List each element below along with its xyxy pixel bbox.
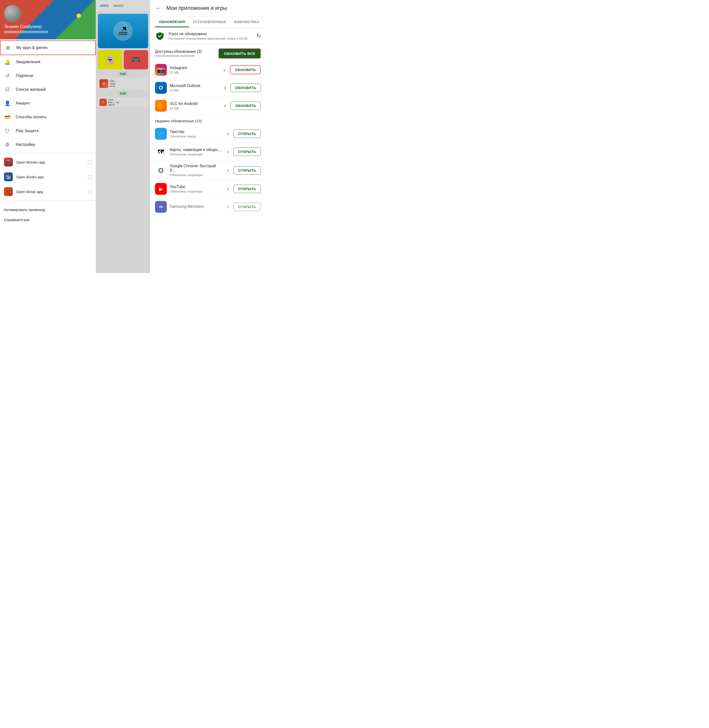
esche-button-2[interactable]: ЕЩЁ: [117, 91, 129, 96]
wishlist-label: Список желаний: [16, 87, 46, 92]
yand-icon: Y: [99, 99, 107, 106]
security-row: Угроз не обнаружено Последнее сканирован…: [150, 28, 266, 45]
yand-info: Yand... lister... 289.00: [108, 99, 115, 106]
updates-info: Доступны обновления (3) Автообновление в…: [155, 50, 219, 58]
sidebar-item-my-apps[interactable]: ⊞ My apps & games: [0, 40, 96, 55]
samsung-chevron-icon[interactable]: ∨: [225, 203, 230, 211]
twitter-chevron-icon[interactable]: ∨: [225, 130, 230, 137]
tab-bar: ОБНОВЛЕНИЯ УСТАНОВЛЕННЫЕ БИБЛИОТЕКА: [150, 16, 266, 28]
sidebar-item-payment[interactable]: 💳 Способы оплаты: [0, 110, 96, 124]
nav-bottom: Активировать промокод Справка/отзыв: [0, 202, 96, 227]
svg-point-2: [159, 169, 162, 172]
play-protect-label: Play Защита: [16, 129, 38, 133]
books-app-arrow-icon: ⬚: [88, 174, 92, 179]
maps-open-button[interactable]: ОТКРЫТЬ: [233, 147, 261, 156]
card-icon: 💳: [4, 114, 11, 121]
aliex-icon: AE: [99, 79, 108, 88]
sidebar-item-play-protect[interactable]: 🛡 Play Защита: [0, 124, 96, 138]
apps-tab: APPS: [98, 3, 110, 9]
samsung-name: Samsung Members: [170, 204, 222, 209]
chrome-info: Google Chrome: быстрый б... Обновлено по…: [170, 164, 222, 177]
chrome-name: Google Chrome: быстрый б...: [170, 164, 222, 173]
security-title: Угроз не обнаружено: [168, 32, 253, 36]
sidebar-item-notifications[interactable]: 🔔 Уведомления: [0, 55, 96, 69]
outlook-update-button[interactable]: ОБНОВИТЬ: [230, 84, 261, 92]
nav-divider-1: [0, 153, 96, 153]
nav-list: ⊞ My apps & games 🔔 Уведомления ↺ Подпис…: [0, 39, 96, 273]
update-all-button[interactable]: ОБНОВИТЬ ВСЕ: [219, 48, 261, 58]
music-app-arrow-icon: ⬚: [88, 189, 92, 194]
instagram-update-button[interactable]: ОБНОВИТЬ: [230, 66, 261, 74]
outlook-chevron-icon[interactable]: ∨: [222, 84, 228, 92]
sidebar-item-account[interactable]: 👤 Аккаунт: [0, 96, 96, 110]
instagram-size: 31 МБ: [170, 71, 219, 74]
vlc-chevron-icon[interactable]: ∨: [222, 102, 228, 109]
app-update-row-samsung: SM Samsung Members ∨ ОТКРЫТЬ: [150, 198, 266, 216]
movies-app-icon: 🎬: [4, 158, 13, 166]
music-app-label: Open Music app: [16, 189, 88, 194]
app-update-row-youtube: ▶ YouTube Обновлено позавчера ∨ ОТКРЫТЬ: [150, 180, 266, 198]
twitter-icon: 🐦: [155, 128, 167, 140]
instagram-icon: 📷: [155, 64, 167, 76]
maps-subtitle: Обновлено позавчера: [170, 153, 222, 156]
sidebar-item-settings[interactable]: ⚙ Настройки: [0, 138, 96, 151]
app-update-row-twitter: 🐦 Твиттер Обновлено вчера ∨ ОТКРЫТЬ: [150, 125, 266, 143]
subscriptions-label: Подписки: [16, 74, 33, 78]
outlook-icon: O: [155, 82, 167, 94]
right-header: ← Мои приложения и игры: [150, 0, 266, 16]
outlook-name: Microsoft Outlook: [170, 84, 219, 88]
promo-code-item[interactable]: Активировать промокод: [4, 205, 92, 215]
instagram-chevron-icon[interactable]: ∨: [222, 66, 227, 74]
twitter-info: Твиттер Обновлено вчера: [170, 130, 222, 138]
security-subtitle: Последнее сканирование приложений: вчера…: [168, 36, 253, 40]
tab-updates[interactable]: ОБНОВЛЕНИЯ: [155, 16, 189, 27]
shield-nav-icon: 🛡: [4, 127, 11, 134]
books-app-label: Open Books app: [16, 175, 88, 179]
youtube-chevron-icon[interactable]: ∨: [225, 185, 230, 192]
instagram-name: Instagram: [170, 66, 219, 70]
vlc-name: VLC for Android: [170, 102, 219, 106]
sidebar-item-subscriptions[interactable]: ↺ Подписки: [0, 69, 96, 83]
grid-icon: ⊞: [4, 44, 11, 51]
back-button[interactable]: ←: [155, 4, 162, 12]
tab-library[interactable]: БИБЛИОТЕКА: [230, 16, 263, 27]
profile-name: Энакин Скайуокер: [4, 24, 92, 29]
vlc-update-button[interactable]: ОБНОВИТЬ: [230, 102, 261, 110]
help-feedback-item[interactable]: Справка/отзыв: [4, 215, 92, 225]
maps-info: Карты: навигация и общес... Обновлено по…: [170, 147, 222, 156]
app-update-row-instagram: 📷 Instagram 31 МБ ∨ ОБНОВИТЬ: [150, 61, 266, 79]
account-label: Аккаунт: [16, 101, 30, 105]
bell-icon: 🔔: [4, 58, 11, 66]
instagram-info: Instagram 31 МБ: [170, 66, 219, 74]
twitter-subtitle: Обновлено вчера: [170, 134, 222, 138]
aliex-info: AliEx... Smar... 63 M: [110, 80, 117, 87]
music-tab: MUSIC: [112, 3, 125, 9]
chrome-open-button[interactable]: ОТКРЫТЬ: [233, 166, 261, 175]
app-update-row-maps: 🗺 Карты: навигация и общес... Обновлено …: [150, 143, 266, 161]
sidebar-item-movies-app[interactable]: 🎬 Open Movies app ⬚: [0, 155, 96, 169]
sidebar-item-books-app[interactable]: 📚 Open Books app ⬚: [0, 169, 96, 184]
sidebar-item-music-app[interactable]: 🎵 Open Music app ⬚: [0, 184, 96, 199]
samsung-open-button[interactable]: ОТКРЫТЬ: [233, 203, 261, 211]
tab-installed[interactable]: УСТАНОВЛЕННЫЕ: [189, 16, 230, 27]
auto-update-label: Автообновление включено: [155, 54, 219, 58]
esche-button[interactable]: ЕЩЁ: [117, 71, 129, 76]
movies-app-arrow-icon: ⬚: [88, 159, 92, 165]
sidebar-item-wishlist[interactable]: ☑ Список желаний: [0, 83, 96, 96]
vlc-size: 20 МБ: [170, 106, 219, 110]
twitter-open-button[interactable]: ОТКРЫТЬ: [233, 130, 261, 138]
youtube-open-button[interactable]: ОТКРЫТЬ: [233, 185, 261, 193]
aliex-size: 63 M: [110, 85, 117, 87]
profile-email-blur: [4, 31, 48, 33]
chrome-chevron-icon[interactable]: ∨: [225, 167, 230, 174]
background-store-panel: APPS MUSIC 🏖 👻 🎮 ЕЩЁ AE AliEx... Smar...…: [96, 0, 150, 273]
movies-app-label: Open Movies app: [16, 160, 88, 164]
app-update-row-chrome: Google Chrome: быстрый б... Обновлено по…: [150, 161, 266, 180]
maps-chevron-icon[interactable]: ∨: [225, 148, 230, 156]
store-grid: 👻 🎮: [98, 50, 148, 69]
refresh-button[interactable]: ↻: [256, 33, 261, 39]
security-text: Угроз не обнаружено Последнее сканирован…: [168, 32, 253, 40]
yand-row: Y Yand... lister... 289.00 ▶: [98, 98, 148, 107]
yand-badge: ▶: [116, 101, 120, 104]
yand-subtitle: lister...: [108, 101, 115, 103]
